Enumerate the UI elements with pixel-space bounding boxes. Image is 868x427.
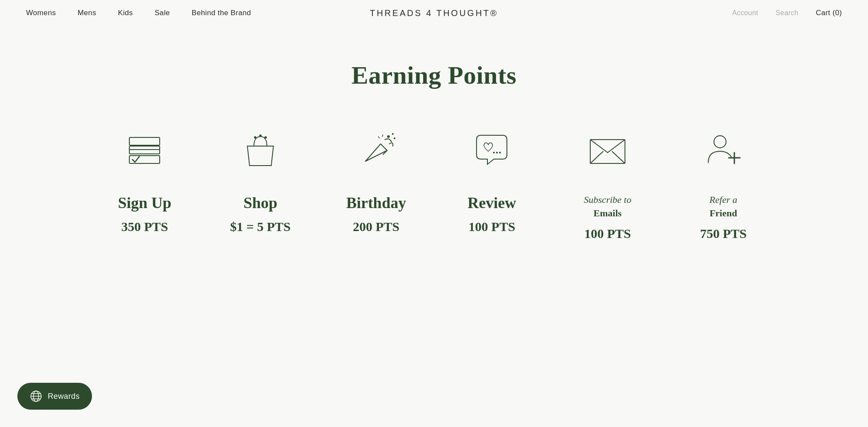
shop-pts: $1 = 5 PTS (230, 219, 291, 234)
svg-point-6 (260, 135, 261, 137)
refer-pts: 750 PTS (700, 226, 747, 241)
refer-label: Refer a Friend (710, 194, 737, 219)
subscribe-label-bottom: Emails (594, 208, 622, 218)
svg-line-12 (378, 137, 379, 138)
rewards-button[interactable]: Rewards (17, 383, 92, 410)
review-icon (466, 124, 518, 176)
svg-point-20 (714, 136, 726, 148)
nav-cart[interactable]: Cart (0) (816, 9, 842, 17)
svg-point-5 (254, 137, 256, 138)
review-label: Review (467, 194, 516, 212)
reward-sign-up: Sign Up 350 PTS (87, 124, 203, 234)
svg-line-19 (612, 151, 625, 163)
refer-label-bottom: Friend (710, 208, 737, 218)
nav-center: THREADS 4 THOUGHT® (370, 8, 498, 18)
navigation: Womens Mens Kids Sale Behind the Brand T… (0, 0, 868, 26)
refer-svg (702, 129, 745, 172)
svg-rect-3 (129, 156, 160, 163)
svg-line-18 (590, 151, 603, 163)
birthday-icon (350, 124, 402, 176)
subscribe-pts: 100 PTS (584, 226, 631, 241)
subscribe-label: Subscribe to Emails (584, 194, 631, 219)
nav-account[interactable]: Account (732, 9, 758, 17)
email-svg (586, 129, 629, 172)
signup-svg (123, 129, 166, 172)
svg-point-15 (496, 152, 498, 153)
reward-subscribe: Subscribe to Emails 100 PTS (550, 124, 666, 241)
svg-rect-0 (129, 137, 160, 145)
birthday-svg (355, 129, 398, 172)
nav-right: Account Search Cart (0) (732, 9, 842, 17)
refer-icon (697, 124, 750, 176)
svg-point-10 (394, 137, 395, 139)
svg-point-11 (392, 133, 394, 135)
birthday-label: Birthday (346, 194, 406, 212)
nav-womens[interactable]: Womens (26, 9, 56, 17)
page-title: Earning Points (352, 61, 516, 90)
reward-shop: Shop $1 = 5 PTS (203, 124, 319, 234)
nav-search[interactable]: Search (776, 9, 799, 17)
shop-icon (234, 124, 286, 176)
reward-review: Review 100 PTS (434, 124, 550, 234)
svg-point-7 (265, 137, 266, 138)
nav-behind-the-brand[interactable]: Behind the Brand (192, 9, 251, 17)
shop-label: Shop (243, 194, 277, 212)
nav-kids[interactable]: Kids (118, 9, 133, 17)
signup-pts: 350 PTS (122, 219, 168, 234)
brand-logo[interactable]: THREADS 4 THOUGHT® (370, 8, 498, 18)
review-pts: 100 PTS (469, 219, 516, 234)
reward-refer: Refer a Friend 750 PTS (665, 124, 781, 241)
refer-label-top: Refer a (710, 194, 737, 206)
svg-point-9 (387, 135, 390, 138)
nav-left: Womens Mens Kids Sale Behind the Brand (26, 9, 251, 17)
rewards-globe-icon (30, 390, 43, 403)
svg-point-14 (493, 152, 495, 153)
main-content: Earning Points Sign Up 350 PTS (0, 26, 868, 267)
reward-birthday: Birthday 200 PTS (318, 124, 434, 234)
svg-point-16 (499, 152, 501, 153)
rewards-button-label: Rewards (48, 392, 80, 401)
nav-mens[interactable]: Mens (78, 9, 96, 17)
shop-svg (239, 129, 282, 172)
rewards-grid: Sign Up 350 PTS Shop $1 = 5 PTS (87, 124, 781, 241)
email-icon (582, 124, 634, 176)
review-svg (470, 129, 513, 172)
nav-sale[interactable]: Sale (155, 9, 170, 17)
signup-label: Sign Up (118, 194, 171, 212)
signup-icon (118, 124, 171, 176)
birthday-pts: 200 PTS (353, 219, 400, 234)
svg-line-13 (382, 135, 383, 137)
subscribe-label-top: Subscribe to (584, 194, 631, 206)
